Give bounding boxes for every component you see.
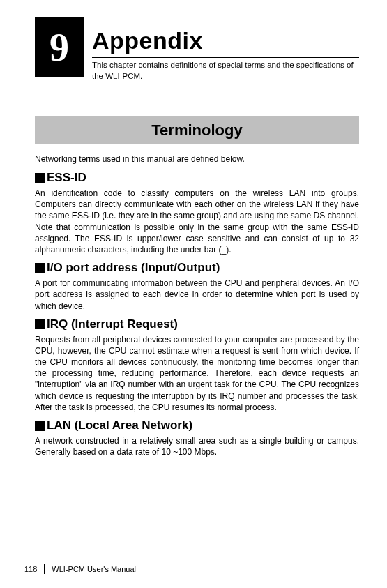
square-bullet-icon [35,421,45,431]
section-intro: Networking terms used in this manual are… [35,154,359,164]
footer-divider-icon [44,564,45,574]
square-bullet-icon [35,263,45,273]
term-heading-irq: IRQ (Interrupt Request) [35,317,359,331]
term-title: LAN (Local Area Network) [47,419,192,432]
chapter-number: 9 [50,25,69,70]
term-body-io: A port for communicating information bet… [35,278,359,312]
term-body-irq: Requests from all peripheral devices con… [35,334,359,413]
chapter-title-block: Appendix This chapter contains definitio… [92,17,359,82]
chapter-number-box: 9 [35,17,84,77]
page-number: 118 [24,565,37,573]
chapter-description: This chapter contains definitions of spe… [92,57,359,82]
square-bullet-icon [35,173,45,183]
term-title: ESS-ID [47,171,86,185]
term-body-lan: A network constructed in a relatively sm… [35,435,359,458]
term-heading-lan: LAN (Local Area Network) [35,419,359,432]
term-title: IRQ (Interrupt Request) [47,317,178,331]
chapter-header: 9 Appendix This chapter contains definit… [35,17,359,82]
chapter-title: Appendix [92,27,359,54]
term-body-essid: An identification code to classify compu… [35,188,359,255]
manual-title: WLI-PCM User's Manual [52,565,136,573]
term-heading-io: I/O port address (Input/Output) [35,261,359,275]
term-title: I/O port address (Input/Output) [47,261,220,275]
section-banner: Terminology [35,116,359,144]
term-heading-essid: ESS-ID [35,171,359,185]
square-bullet-icon [35,319,45,329]
page-footer: 118 WLI-PCM User's Manual [24,564,136,574]
